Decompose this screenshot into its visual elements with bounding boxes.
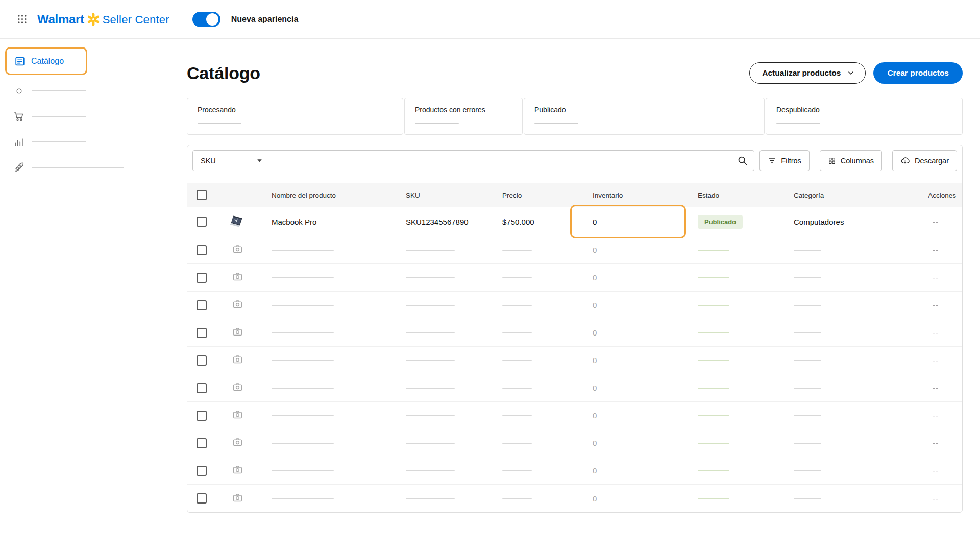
- topbar: Walmart Seller Center Nueva apariencia: [0, 0, 980, 39]
- search-field-select[interactable]: SKU: [192, 150, 270, 171]
- column-header-price: Precio: [502, 191, 522, 199]
- row-checkbox[interactable]: [197, 493, 207, 504]
- sidebar-item-catalogo[interactable]: Catálogo: [5, 47, 87, 75]
- sidebar-item-placeholder-3[interactable]: [0, 129, 173, 155]
- skeleton-line: [794, 332, 821, 333]
- row-actions: --: [933, 301, 939, 309]
- camera-icon: [232, 299, 243, 312]
- toggle-knob: [206, 13, 218, 26]
- stat-card-procesando[interactable]: Procesando: [187, 98, 403, 135]
- products-table: Nombre del producto SKU Precio Inventari…: [187, 183, 962, 512]
- row-actions: --: [933, 439, 939, 447]
- stat-label: Procesando: [198, 106, 403, 114]
- skeleton-line: [32, 141, 86, 142]
- camera-icon: [232, 326, 243, 339]
- row-checkbox[interactable]: [197, 438, 207, 448]
- table-row-macbook-pro: Macbook Pro SKU12345567890 $750.000 0 Pu…: [187, 207, 962, 236]
- skeleton-line: [406, 443, 455, 444]
- sidebar: Catálogo: [0, 39, 173, 551]
- row-checkbox[interactable]: [197, 355, 207, 366]
- circle-icon: [13, 85, 24, 97]
- inventory-value: 0: [593, 494, 597, 503]
- skeleton-line: [534, 123, 578, 124]
- download-button[interactable]: Descargar: [892, 150, 957, 171]
- new-look-toggle[interactable]: [192, 12, 220, 27]
- row-checkbox[interactable]: [197, 245, 207, 255]
- row-checkbox[interactable]: [197, 273, 207, 283]
- image-column-header: [216, 183, 259, 207]
- catalog-table-card: SKU Filtros: [187, 145, 963, 513]
- inventory-value: 0: [593, 301, 597, 309]
- table-row-skeleton: 0 --: [187, 457, 962, 485]
- select-all-checkbox[interactable]: [197, 190, 207, 200]
- skeleton-line: [698, 250, 729, 251]
- create-products-button[interactable]: Crear productos: [873, 62, 963, 84]
- search-input[interactable]: [269, 150, 754, 171]
- stat-card-productos-con-errores[interactable]: Productos con errores: [404, 98, 523, 135]
- chevron-down-icon: [256, 157, 263, 164]
- stat-card-publicado[interactable]: Publicado: [524, 98, 765, 135]
- main-content: Catálogo Actualizar productos Crear prod…: [173, 39, 980, 551]
- walmart-seller-center-logo[interactable]: Walmart Seller Center: [37, 12, 169, 27]
- walmart-brand-text: Walmart: [37, 12, 84, 27]
- update-products-button[interactable]: Actualizar productos: [749, 62, 866, 84]
- row-actions: --: [933, 494, 939, 503]
- camera-icon: [232, 381, 243, 394]
- column-header-category: Categoría: [794, 191, 824, 199]
- column-header-sku: SKU: [406, 191, 420, 199]
- table-row-skeleton: 0 --: [187, 319, 962, 347]
- product-inventory: 0: [593, 218, 597, 226]
- camera-icon: [232, 492, 243, 505]
- row-actions: --: [933, 466, 939, 475]
- skeleton-line: [698, 277, 729, 278]
- skeleton-line: [502, 470, 532, 471]
- inventory-value: 0: [593, 411, 597, 420]
- search-box: [269, 150, 754, 171]
- camera-icon: [232, 354, 243, 367]
- skeleton-line: [406, 250, 455, 251]
- skeleton-line: [794, 250, 821, 251]
- stat-label: Despublicado: [776, 106, 962, 114]
- topbar-divider: [181, 10, 181, 29]
- product-sku: SKU12345567890: [406, 218, 469, 226]
- column-header-inventory: Inventario: [593, 191, 623, 199]
- skeleton-line: [406, 415, 455, 416]
- columns-label: Columnas: [841, 157, 874, 165]
- filter-icon: [768, 156, 776, 165]
- skeleton-line: [776, 123, 820, 124]
- skeleton-line: [272, 360, 334, 361]
- row-actions: --: [933, 411, 939, 420]
- row-checkbox[interactable]: [197, 466, 207, 476]
- row-checkbox[interactable]: [197, 217, 207, 227]
- skeleton-line: [32, 90, 86, 91]
- apps-grid-icon[interactable]: [15, 13, 29, 26]
- table-header-row: Nombre del producto SKU Precio Inventari…: [187, 183, 962, 207]
- skeleton-line: [794, 443, 821, 444]
- table-row-skeleton: 0 --: [187, 429, 962, 457]
- skeleton-line: [502, 498, 532, 499]
- inventory-value: 0: [593, 246, 597, 254]
- row-actions[interactable]: --: [933, 218, 939, 226]
- new-look-label: Nueva apariencia: [231, 15, 299, 24]
- search-icon[interactable]: [737, 155, 748, 166]
- sidebar-item-placeholder-4[interactable]: [0, 155, 173, 180]
- inventory-value: 0: [593, 273, 597, 282]
- camera-icon: [232, 271, 243, 284]
- skeleton-line: [272, 498, 334, 499]
- camera-icon: [232, 437, 243, 449]
- skeleton-line: [272, 388, 334, 389]
- row-checkbox[interactable]: [197, 328, 207, 338]
- chevron-down-icon: [847, 69, 855, 77]
- table-row-skeleton: 0 --: [187, 485, 962, 512]
- row-checkbox[interactable]: [197, 411, 207, 421]
- row-checkbox[interactable]: [197, 300, 207, 310]
- sidebar-item-placeholder-2[interactable]: [0, 104, 173, 129]
- filters-button[interactable]: Filtros: [760, 150, 809, 171]
- row-actions: --: [933, 384, 939, 392]
- row-checkbox[interactable]: [197, 383, 207, 393]
- column-header-actions: Acciones: [928, 191, 956, 199]
- columns-button[interactable]: Columnas: [820, 150, 882, 171]
- stat-card-despublicado[interactable]: Despublicado: [766, 98, 963, 135]
- sidebar-item-placeholder-1[interactable]: [0, 78, 173, 104]
- table-toolbar: SKU Filtros: [187, 150, 962, 171]
